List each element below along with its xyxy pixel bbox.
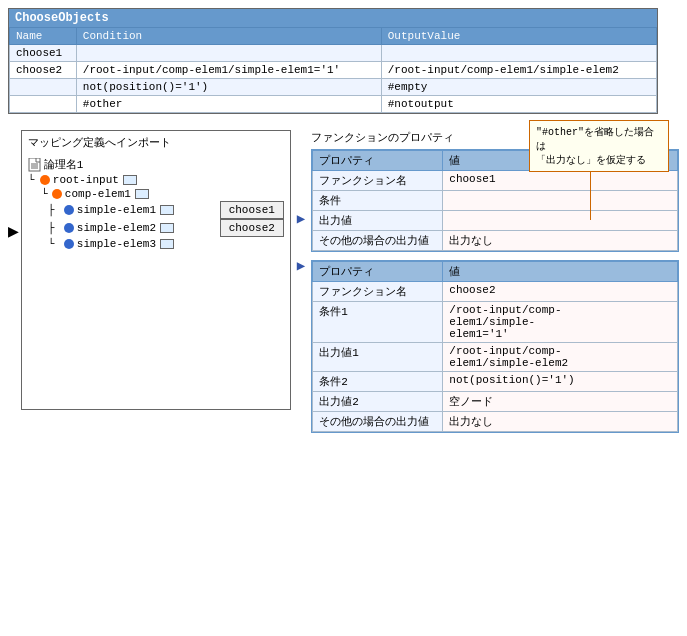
- tree-item-simple-elem2: ├ simple-elem2: [28, 221, 212, 235]
- tree-item-simple-elem1: ├ simple-elem1: [28, 203, 212, 217]
- mapping-panel-title: マッピング定義へインポート: [22, 131, 290, 152]
- port-box-simple-elem2: [160, 223, 174, 233]
- tree-item-root: 論理名1: [28, 156, 284, 173]
- arrow-right-icon-1: ▶: [297, 210, 305, 227]
- row4-name: [10, 96, 77, 113]
- row4-output: #notoutput: [381, 96, 656, 113]
- prop-row: 条件: [313, 191, 678, 211]
- col-header-condition: Condition: [76, 28, 381, 45]
- choose-objects-title: ChooseObjects: [9, 9, 657, 27]
- prop-label: その他の場合の出力値: [313, 412, 443, 432]
- prop-header-2: プロパティ: [313, 262, 443, 282]
- prop-row: 条件2 not(position()='1'): [313, 372, 678, 392]
- prop-value: [443, 211, 678, 231]
- tree-label-root-input: root-input: [53, 174, 119, 186]
- prop-label: 条件: [313, 191, 443, 211]
- port-box-simple-elem3: [160, 239, 174, 249]
- port-box-root-input: [123, 175, 137, 185]
- row3-output: #empty: [381, 79, 656, 96]
- tree-label-simple-elem3: simple-elem3: [77, 238, 156, 250]
- row2-name: choose2: [10, 62, 77, 79]
- mapping-panel: マッピング定義へインポート 論理名1 └: [21, 130, 291, 410]
- prop-header-1: プロパティ: [313, 151, 443, 171]
- prop-label: 条件1: [313, 302, 443, 343]
- tree-label-comp-elem1: comp-elem1: [65, 188, 131, 200]
- prop-row: その他の場合の出力値 出力なし: [313, 412, 678, 432]
- choose-objects-table: Name Condition OutputValue choose1 choos…: [9, 27, 657, 113]
- prop-value: [443, 191, 678, 211]
- prop-row: 出力値2 空ノード: [313, 392, 678, 412]
- table-row: not(position()='1') #empty: [10, 79, 657, 96]
- prop-label: 出力値1: [313, 343, 443, 372]
- prop-value: /root-input/comp-elem1/simple-elem1='1': [443, 302, 678, 343]
- col-header-output: OutputValue: [381, 28, 656, 45]
- tree-label-simple-elem1: simple-elem1: [77, 204, 156, 216]
- choose-objects-container: ChooseObjects Name Condition OutputValue…: [8, 8, 658, 114]
- orange-circle-icon: [40, 175, 50, 185]
- row2-output: /root-input/comp-elem1/simple-elem2: [381, 62, 656, 79]
- left-arrow-icon: ▶: [8, 130, 19, 242]
- port-box-comp-elem1: [135, 189, 149, 199]
- choose2-button[interactable]: choose2: [220, 219, 284, 237]
- value-header-2: 値: [443, 262, 678, 282]
- tree-root-label: 論理名1: [44, 157, 84, 172]
- prop-value: 出力なし: [443, 412, 678, 432]
- props-panel: "#other"を省略した場合は「出力なし」を仮定する ファンクションのプロパテ…: [311, 130, 679, 433]
- row4-condition: #other: [76, 96, 381, 113]
- choose1-button[interactable]: choose1: [220, 201, 284, 219]
- blue-circle-icon: [64, 223, 74, 233]
- prop-row: ファンクション名 choose2: [313, 282, 678, 302]
- table-row: choose2 /root-input/comp-elem1/simple-el…: [10, 62, 657, 79]
- connector-area: ▶ ▶: [291, 130, 311, 433]
- col-header-name: Name: [10, 28, 77, 45]
- tree-item-root-input: └ root-input: [28, 173, 284, 187]
- prop-row: 条件1 /root-input/comp-elem1/simple-elem1=…: [313, 302, 678, 343]
- table-row: choose1: [10, 45, 657, 62]
- row1-output: [381, 45, 656, 62]
- tree-label-simple-elem2: simple-elem2: [77, 222, 156, 234]
- prop-label: 出力値: [313, 211, 443, 231]
- callout-text: "#other"を省略した場合は「出力なし」を仮定する: [536, 127, 654, 166]
- row2-condition: /root-input/comp-elem1/simple-elem1='1': [76, 62, 381, 79]
- prop-label: その他の場合の出力値: [313, 231, 443, 251]
- prop-value: 空ノード: [443, 392, 678, 412]
- document-icon: [28, 158, 44, 172]
- prop-row: 出力値1 /root-input/comp-elem1/simple-elem2: [313, 343, 678, 372]
- arrow-right-icon-2: ▶: [297, 257, 305, 274]
- row1-name: choose1: [10, 45, 77, 62]
- prop-label: 条件2: [313, 372, 443, 392]
- prop-label: 出力値2: [313, 392, 443, 412]
- tree-item-comp-elem1: └ comp-elem1: [28, 187, 284, 201]
- table-row: #other #notoutput: [10, 96, 657, 113]
- prop-label: ファンクション名: [313, 282, 443, 302]
- prop-row: 出力値: [313, 211, 678, 231]
- row3-condition: not(position()='1'): [76, 79, 381, 96]
- prop-value: not(position()='1'): [443, 372, 678, 392]
- prop-row: ファンクション名 choose1: [313, 171, 678, 191]
- row3-name: [10, 79, 77, 96]
- port-box-simple-elem1: [160, 205, 174, 215]
- prop-row: その他の場合の出力値 出力なし: [313, 231, 678, 251]
- prop-value: choose1: [443, 171, 678, 191]
- callout-box: "#other"を省略した場合は「出力なし」を仮定する: [529, 120, 669, 172]
- prop-value: /root-input/comp-elem1/simple-elem2: [443, 343, 678, 372]
- blue-circle-icon: [64, 239, 74, 249]
- orange-circle-icon: [52, 189, 62, 199]
- props-table-2: プロパティ 値 ファンクション名 choose2 条件1 /root-input…: [311, 260, 679, 433]
- prop-value: 出力なし: [443, 231, 678, 251]
- tree-item-simple-elem3: └ simple-elem3: [28, 237, 284, 251]
- prop-value: choose2: [443, 282, 678, 302]
- blue-circle-icon: [64, 205, 74, 215]
- mapping-tree: 論理名1 └ root-input └ comp-elem1: [22, 152, 290, 255]
- row1-condition: [76, 45, 381, 62]
- prop-label: ファンクション名: [313, 171, 443, 191]
